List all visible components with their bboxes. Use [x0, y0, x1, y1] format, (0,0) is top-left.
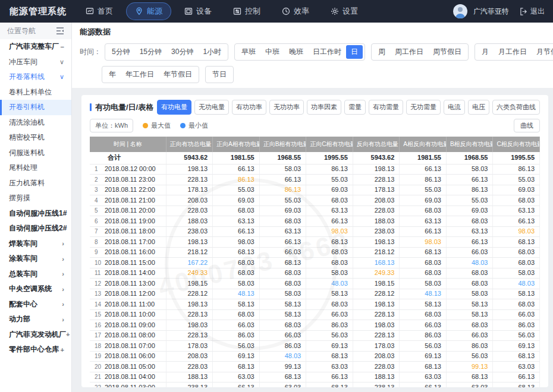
filter-button[interactable]: 中班	[260, 45, 284, 59]
nav-item-2[interactable]: 能源	[126, 2, 171, 20]
value-cell: 68.03	[213, 268, 260, 279]
filter-button[interactable]: 日	[346, 45, 363, 59]
value-cell: 99.13	[259, 362, 306, 372]
sidebar-item-label: 压力机落料	[9, 178, 45, 188]
row-time: 2018.08.12 00:00	[105, 165, 156, 172]
energy-table: 时间 | 名称正向有功总电量正向A相有功电量正向B相有功电量正向C相有功电量反向…	[90, 137, 540, 387]
sidebar-item-8[interactable]: 伺服送料机	[0, 146, 71, 161]
filter-button[interactable]: 周节假日	[428, 45, 466, 59]
tab-电流[interactable]: 电流	[444, 100, 465, 115]
filter-button[interactable]: 月	[477, 45, 494, 59]
logout-button[interactable]: 退出	[520, 7, 545, 17]
sidebar-item-1[interactable]: 广汽菲克整车厂−	[0, 39, 71, 55]
value-cell: 63.03	[400, 372, 447, 382]
logout-icon	[520, 8, 527, 15]
legend-max-label: 最大值	[151, 121, 171, 130]
sidebar-item-10[interactable]: 压力机落料	[0, 176, 71, 191]
filter-button[interactable]: 5分钟	[107, 45, 135, 59]
filter-button[interactable]: 月节假日	[532, 45, 553, 59]
row-time: 2018.08.11 08:00	[105, 331, 155, 339]
sidebar-item-19[interactable]: 动力部›	[0, 312, 71, 327]
sidebar-item-12[interactable]: 自动伺服冲压线1#	[0, 206, 71, 222]
row-time: 2018.08.11 19:00	[105, 217, 155, 225]
row-time: 2018.08.11 21:00	[105, 197, 155, 204]
sidebar-item-13[interactable]: 自动伺服冲压线2#	[0, 221, 71, 236]
tab-功率因素[interactable]: 功率因素	[307, 100, 341, 115]
value-cell: 228.13	[353, 309, 400, 320]
sidebar-item-label: 冲压车间	[9, 57, 37, 67]
value-cell: 58.13	[446, 299, 493, 310]
nav-item-5[interactable]: 效率	[274, 3, 318, 20]
nav-item-1[interactable]: 首页	[77, 3, 121, 20]
navbar-right: 广汽菲亚特 退出	[453, 4, 553, 18]
sidebar-item-2[interactable]: 冲压车间∨	[0, 55, 71, 70]
tab-无功电量[interactable]: 无功电量	[194, 100, 229, 115]
nav-item-6[interactable]: 设置	[322, 3, 366, 20]
filter-button[interactable]: 15分钟	[135, 45, 166, 59]
sidebar-item-16[interactable]: 总装车间›	[0, 267, 71, 282]
value-cell: 68.13	[306, 382, 353, 388]
sidebar-item-label: 自动伺服冲压线1#	[9, 208, 67, 219]
row-number: 12	[95, 280, 105, 288]
filter-panel: 能源数据 时间：5分钟15分钟30分钟1小时早班中班晚班日工作时日周周工作日周节…	[72, 23, 553, 88]
row-time: 2018.08.11 15:00	[105, 259, 155, 266]
value-cell: 48.03	[306, 279, 353, 289]
filter-button[interactable]: 月工作日	[494, 45, 532, 59]
column-header: 正向B相有功电量	[259, 137, 306, 152]
filter-button[interactable]: 年工作日	[121, 68, 159, 81]
sidebar-item-21[interactable]: 零件部中心仓库+	[0, 342, 71, 358]
value-cell: 68.03	[493, 247, 540, 258]
curve-button[interactable]: 曲线	[514, 119, 540, 132]
sidebar-item-5[interactable]: 开卷引料机	[0, 100, 71, 115]
sidebar-item-18[interactable]: 配套中心›	[0, 297, 71, 312]
sidebar-item-4[interactable]: 卷料上料单位	[0, 85, 71, 100]
value-cell: 198.13	[166, 237, 213, 248]
sidebar-item-14[interactable]: 焊装车间›	[0, 236, 71, 252]
nav-item-4[interactable]: 控制	[225, 3, 269, 20]
device-icon	[184, 7, 193, 15]
legend-min: 最小值	[180, 121, 208, 130]
value-cell: 178.03	[353, 341, 400, 352]
sidebar-item-11[interactable]: 摆剪摸	[0, 191, 71, 206]
sidebar-item-17[interactable]: 中央空调系统›	[0, 282, 71, 297]
value-cell: 228.13	[166, 330, 213, 341]
tab-六类负荷曲线[interactable]: 六类负荷曲线	[492, 100, 540, 115]
filter-button[interactable]: 年节假日	[159, 68, 197, 81]
sidebar-item-7[interactable]: 精密校平机	[0, 130, 71, 146]
filter-button[interactable]: 年	[104, 68, 121, 81]
tab-有功电量[interactable]: 有功电量	[157, 100, 191, 115]
filter-button[interactable]: 日工作时	[308, 45, 346, 59]
row-time: 2018.08.11 20:00	[105, 207, 155, 214]
row-time: 2018.08.11 14:00	[105, 269, 155, 276]
tab-无功需量[interactable]: 无功需量	[406, 100, 441, 115]
value-cell: 249.33	[166, 268, 213, 279]
filter-button[interactable]: 1小时	[198, 45, 226, 59]
sidebar-item-6[interactable]: 清洗涂油机	[0, 115, 71, 131]
tab-需量[interactable]: 需量	[344, 100, 366, 115]
filter-button[interactable]: 周	[373, 45, 390, 59]
filter-button[interactable]: 周工作日	[390, 45, 428, 59]
tab-有功需量[interactable]: 有功需量	[369, 100, 403, 115]
sidebar-item-9[interactable]: 尾料处理	[0, 160, 71, 176]
main-content: 能源数据 时间：5分钟15分钟30分钟1小时早班中班晚班日工作时日周周工作日周节…	[72, 23, 553, 392]
filter-button[interactable]: 晚班	[284, 45, 308, 59]
nav-item-3[interactable]: 设备	[176, 3, 220, 20]
tab-无功功率[interactable]: 无功功率	[269, 100, 304, 115]
plus-icon: +	[61, 346, 64, 353]
filter-button[interactable]: 早班	[237, 45, 260, 59]
user-avatar[interactable]	[453, 4, 467, 18]
filter-button[interactable]: 30分钟	[166, 45, 198, 59]
menu-fold-icon[interactable]	[56, 27, 64, 34]
sidebar-item-20[interactable]: 广汽菲克发动机厂+	[0, 327, 71, 343]
sidebar-item-15[interactable]: 涂装车间›	[0, 251, 71, 267]
time-cell: 42018.08.11 21:00	[90, 195, 166, 206]
filter-group-1-1: 5分钟15分钟30分钟1小时	[105, 43, 228, 61]
value-cell: 68.13	[493, 351, 540, 362]
tab-电压[interactable]: 电压	[468, 100, 489, 115]
filter-button[interactable]: 节日	[208, 68, 231, 81]
tab-有功功率[interactable]: 有功功率	[232, 100, 266, 115]
sidebar-header: 位置导航	[0, 23, 71, 39]
table-row: 182018.08.11 07:00178.0356.0386.0369.131…	[90, 341, 540, 352]
sidebar-item-3[interactable]: 开卷落料线∨	[0, 69, 71, 85]
value-cell: 66.03	[213, 320, 260, 331]
